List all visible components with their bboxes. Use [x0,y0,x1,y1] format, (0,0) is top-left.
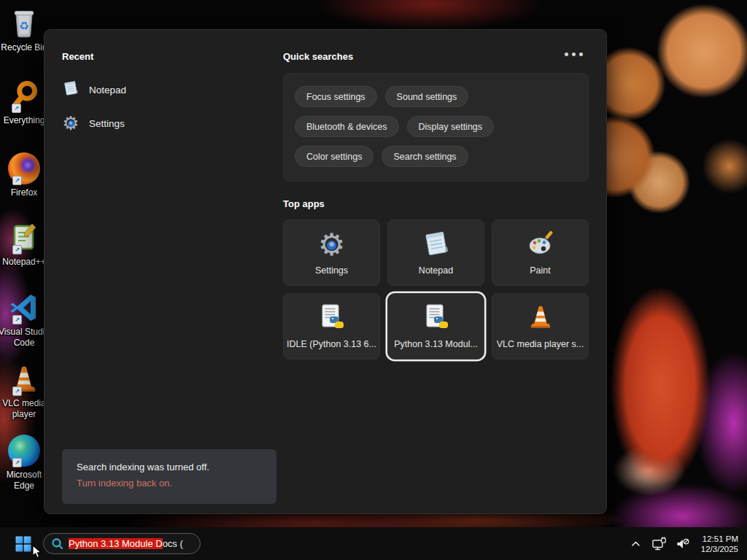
shortcut-arrow-icon: ↗ [12,245,22,254]
shortcut-arrow-icon: ↗ [12,104,21,113]
search-query-rest-text: ocs ( [163,538,183,549]
search-flyout-panel: Recent Notepad ⚙ Settings Quick searches… [44,29,607,514]
top-apps-grid: ⚙ Settings Notepad [283,219,589,359]
python-doc-icon [422,303,451,335]
mouse-cursor [32,545,42,560]
windows-logo-icon [15,536,31,552]
quick-search-pill-color[interactable]: Color settings [295,146,374,167]
search-query-text: Python 3.13 Module Docs ( [69,538,183,549]
volume-mute-icon[interactable] [673,534,692,553]
recent-item-notepad[interactable]: Notepad [62,75,259,104]
microsoft-edge-icon: ↗ [8,433,40,467]
indexing-notice-message: Search indexing was turned off. [77,462,262,472]
top-app-tile-notepad[interactable]: Notepad [387,219,484,286]
tile-label: Paint [530,265,551,276]
top-apps-title: Top apps [283,198,325,209]
top-app-tile-vlc[interactable]: VLC media player s... [492,293,589,359]
tile-label: Notepad [419,265,453,276]
settings-gear-icon: ⚙ [62,114,80,132]
recent-item-label: Settings [89,118,125,129]
desktop-icon-label: Firefox [11,187,38,198]
indexing-notice: Search indexing was turned off. Turn ind… [62,449,276,504]
clock-time: 12:51 PM [701,534,738,544]
notepad-icon [62,79,80,100]
desktop-icon-label: Recycle Bin [1,42,47,53]
clock[interactable]: 12:51 PM 12/3/2025 [701,534,738,554]
notepad-plus-plus-icon: ↗ [8,220,40,254]
tile-label: Python 3.13 Modul... [394,339,478,349]
notepad-icon [422,229,451,261]
vlc-icon [527,303,554,334]
shortcut-arrow-icon: ↗ [12,386,22,396]
shortcut-arrow-icon: ↗ [12,176,22,185]
vlc-icon: ↗ [8,362,40,395]
quick-search-pill-bluetooth[interactable]: Bluetooth & devices [295,116,399,137]
desktop-icon-label: Notepad++ [2,257,45,268]
svg-text:♻: ♻ [19,19,29,33]
quick-search-pill-display[interactable]: Display settings [407,116,495,137]
recent-item-label: Notepad [89,85,126,96]
quick-search-pill-focus[interactable]: Focus settings [295,86,377,107]
search-icon [51,537,63,550]
top-app-tile-paint[interactable]: Paint [492,219,589,286]
tile-label: Settings [315,265,348,276]
tile-label: IDLE (Python 3.13 6... [287,339,376,349]
top-app-tile-idle[interactable]: IDLE (Python 3.13 6... [283,293,380,359]
hidden-icons-chevron[interactable] [627,534,646,553]
shortcut-arrow-icon: ↗ [12,315,22,324]
top-app-tile-settings[interactable]: ⚙ Settings [283,219,380,286]
quick-searches-title: Quick searches [283,51,353,62]
network-icon[interactable] [650,534,669,553]
desktop-icon-label: Everything [4,115,45,126]
quick-searches-card: Focus settings Sound settings Bluetooth … [283,73,589,182]
taskbar: Python 3.13 Module Docs ( 12:51 PM [0,527,747,560]
search-query-selected-text: Python 3.13 Module D [69,538,163,549]
top-app-tile-python-module-docs[interactable]: Python 3.13 Modul... [387,293,484,359]
visual-studio-code-icon: ↗ [8,290,40,324]
firefox-icon: ↗ [8,151,40,184]
everything-icon: ↗ [7,79,41,112]
tile-label: VLC media player s... [497,339,584,349]
quick-search-pill-sound[interactable]: Sound settings [385,86,469,107]
quick-search-pill-search[interactable]: Search settings [382,146,468,167]
python-doc-icon [317,303,347,335]
more-options-button[interactable]: ••• [564,47,584,62]
settings-gear-icon: ⚙ [317,230,347,260]
paint-icon [526,229,555,261]
recent-item-settings[interactable]: ⚙ Settings [62,109,259,138]
clock-date: 12/3/2025 [701,544,738,554]
recycle-bin-icon: ♻ [8,6,40,39]
indexing-notice-action-link[interactable]: Turn indexing back on. [77,478,262,489]
recent-section-title: Recent [62,51,93,62]
shortcut-arrow-icon: ↗ [12,458,22,467]
system-tray: 12:51 PM 12/3/2025 [627,527,747,560]
taskbar-search-box[interactable]: Python 3.13 Module Docs ( [43,533,201,554]
